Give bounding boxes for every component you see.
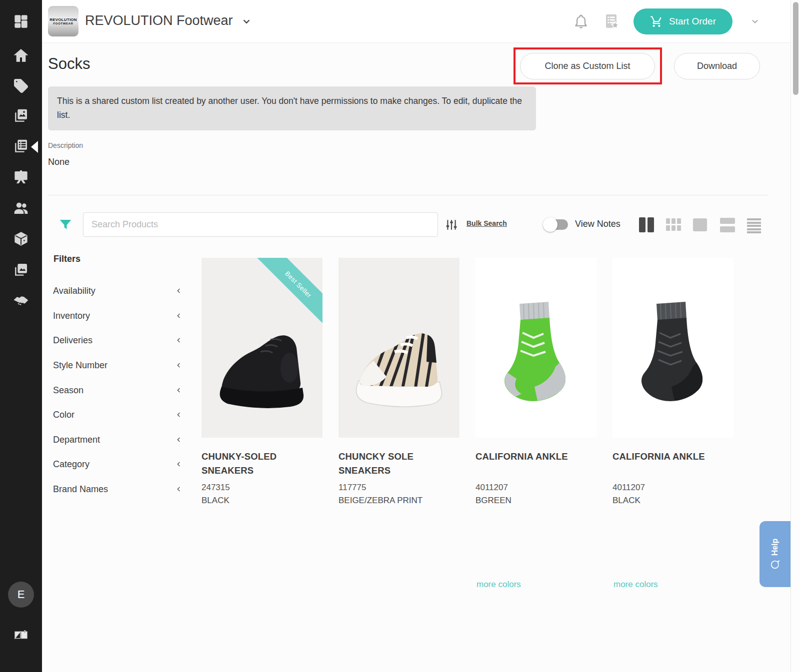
chevron-left-icon: [175, 411, 183, 419]
view-mode-switcher: [639, 217, 762, 232]
gallery-icon[interactable]: [12, 261, 30, 279]
filter-label: Season: [53, 385, 84, 396]
user-avatar[interactable]: E: [8, 582, 34, 608]
page-scrollbar[interactable]: [790, 0, 800, 672]
page-title: Socks: [48, 55, 90, 73]
lists-icon[interactable]: [12, 137, 30, 155]
cart-icon: [650, 15, 663, 28]
app-window: E REVOLUTION FOOTWEAR REVOLUTION Footwea…: [0, 0, 800, 672]
presentation-icon[interactable]: [12, 168, 30, 186]
product-card[interactable]: CHUNCKY SOLE SNEAKERS 117775 BEIGE/ZEBRA…: [338, 258, 460, 506]
avatar-initial: E: [18, 588, 25, 601]
contacts-icon[interactable]: [12, 199, 30, 217]
product-style-number: 247315: [202, 483, 322, 493]
filter-category[interactable]: Category: [53, 458, 183, 471]
brand-chevron-down-icon[interactable]: [241, 16, 252, 27]
chevron-left-icon: [175, 436, 183, 444]
active-item-notch: [31, 141, 38, 153]
search-input[interactable]: [83, 212, 438, 237]
product-name: CHUNCKY SOLE SNEAKERS: [338, 450, 460, 479]
filter-label: Availability: [53, 286, 96, 296]
two-column-view-icon[interactable]: [639, 217, 654, 232]
product-name: CALIFORNIA ANKLE: [476, 450, 596, 479]
product-card[interactable]: CALIFORNIA ANKLE 4011207 BLACK more colo…: [612, 258, 734, 506]
row-view-icon[interactable]: [720, 217, 735, 232]
filter-brand-names[interactable]: Brand Names: [53, 483, 183, 496]
filter-deliveries[interactable]: Deliveries: [53, 334, 183, 347]
help-button[interactable]: Help: [760, 521, 790, 587]
view-notes-toggle[interactable]: [544, 219, 568, 230]
product-style-number: 4011207: [476, 483, 596, 493]
dashboard-icon[interactable]: [12, 12, 30, 30]
more-colors-link[interactable]: more colors: [476, 580, 521, 590]
product-style-number: 117775: [338, 483, 460, 493]
product-image-black-sneaker[interactable]: Best Seller: [202, 258, 322, 438]
chevron-left-icon: [175, 312, 183, 320]
chevron-left-icon: [175, 485, 183, 493]
toggle-knob: [543, 217, 558, 232]
brand-logo-line2: FOOTWEAR: [54, 22, 74, 25]
filter-availability[interactable]: Availability: [53, 284, 183, 297]
grid-view-icon[interactable]: [666, 217, 681, 232]
home-icon[interactable]: [12, 46, 30, 64]
product-image-black-sock[interactable]: [612, 258, 734, 438]
product-color: BEIGE/ZEBRA PRINT: [338, 496, 460, 506]
product-image-green-sock[interactable]: [476, 258, 596, 438]
description-label: Description: [48, 141, 83, 149]
chat-bubble-icon: [770, 560, 780, 570]
nuorder-logo-icon[interactable]: [12, 626, 30, 644]
notifications-bell-icon[interactable]: [573, 13, 589, 29]
start-order-label: Start Order: [669, 16, 716, 27]
product-name: CHUNKY-SOLED SNEAKERS: [202, 450, 322, 479]
filter-style-number[interactable]: Style Number: [53, 359, 183, 372]
filter-label: Deliveries: [53, 335, 92, 346]
product-style-number: 4011207: [612, 483, 734, 493]
filter-label: Category: [53, 459, 90, 470]
filter-funnel-icon[interactable]: [58, 217, 73, 233]
chevron-left-icon: [175, 460, 183, 468]
linesheets-icon[interactable]: [12, 107, 30, 125]
section-divider: [48, 195, 768, 195]
more-colors-link[interactable]: more colors: [614, 580, 658, 590]
filter-department[interactable]: Department: [53, 433, 183, 446]
handshake-icon[interactable]: [12, 291, 30, 309]
permissions-banner: This is a shared custom list created by …: [48, 86, 536, 130]
product-name: CALIFORNIA ANKLE: [612, 450, 734, 479]
chevron-left-icon: [175, 336, 183, 344]
featured-list-icon[interactable]: [603, 12, 621, 30]
filter-season[interactable]: Season: [53, 384, 183, 397]
chevron-left-icon: [175, 287, 183, 295]
brand-logo[interactable]: REVOLUTION FOOTWEAR: [48, 6, 78, 36]
filter-label: Inventory: [53, 311, 90, 321]
single-view-icon[interactable]: [693, 217, 708, 232]
chevron-left-icon: [175, 386, 183, 394]
product-color: BLACK: [612, 496, 734, 506]
help-label: Help: [770, 539, 780, 556]
product-color: BLACK: [202, 496, 322, 506]
package-icon[interactable]: [12, 230, 30, 248]
download-button[interactable]: Download: [674, 53, 760, 79]
description-value: None: [48, 157, 70, 167]
list-view-icon[interactable]: [747, 217, 762, 232]
header-chevron-down-icon[interactable]: [750, 16, 760, 26]
scrollbar-thumb[interactable]: [793, 2, 798, 95]
product-card[interactable]: Best Seller CHUNKY-SOLED SNEAKERS 247315…: [202, 258, 322, 506]
chevron-left-icon: [175, 361, 183, 369]
clone-as-custom-list-button[interactable]: Clone as Custom List: [520, 53, 655, 79]
brand-name[interactable]: REVOLUTION Footwear: [85, 13, 233, 28]
tag-icon[interactable]: [12, 77, 30, 95]
filter-inventory[interactable]: Inventory: [53, 309, 183, 322]
search-settings-sliders-icon[interactable]: [445, 218, 458, 232]
product-image-zebra-sneaker[interactable]: [338, 258, 460, 438]
top-header: REVOLUTION FOOTWEAR REVOLUTION Footwear …: [42, 0, 800, 43]
filter-label: Department: [53, 435, 100, 445]
filters-title: Filters: [54, 254, 80, 264]
product-color: BGREEN: [476, 496, 596, 506]
filter-label: Style Number: [53, 360, 108, 371]
bulk-search-link[interactable]: Bulk Search: [466, 219, 507, 227]
product-card[interactable]: CALIFORNIA ANKLE 4011207 BGREEN more col…: [476, 258, 596, 506]
sidebar: E: [0, 0, 42, 672]
brand-logo-line1: REVOLUTION: [50, 17, 76, 22]
start-order-button[interactable]: Start Order: [634, 8, 732, 34]
filter-color[interactable]: Color: [53, 408, 183, 421]
